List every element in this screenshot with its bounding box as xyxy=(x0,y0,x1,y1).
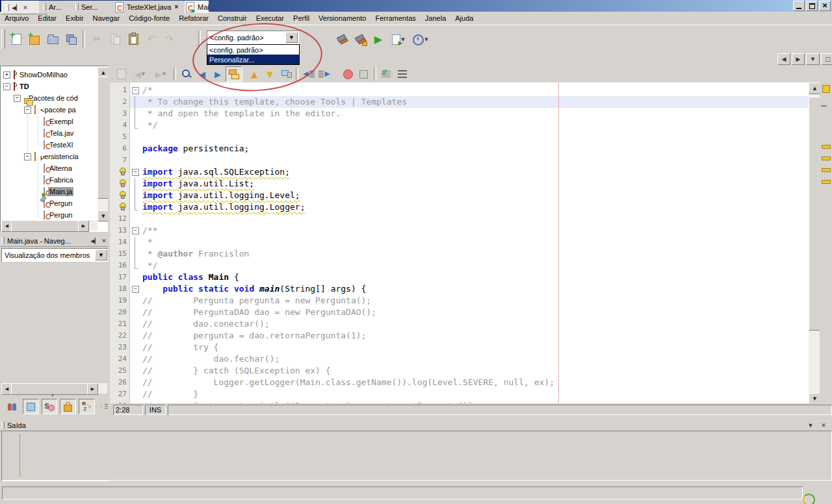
tree-node--pacote-pa[interactable]: −<pacote pa xyxy=(24,104,77,116)
projects-tree[interactable]: +ShowDoMilhao−TD−Pacotes de cód−<pacote … xyxy=(0,66,110,232)
menu-ajuda[interactable]: Ajuda xyxy=(450,13,478,23)
tree-node-exempl[interactable]: Exempl xyxy=(34,116,75,127)
back-icon[interactable]: ◀▼ xyxy=(129,67,150,81)
code-line-2[interactable]: * To change this template, choose Tools … xyxy=(130,96,809,108)
tree-node-pacotes-de-c-d[interactable]: −Pacotes de cód xyxy=(14,92,79,104)
menu-executar[interactable]: Executar xyxy=(252,13,289,23)
tab-services[interactable]: Ser... xyxy=(72,1,114,13)
tree-node-pergun[interactable]: Pergun xyxy=(34,197,73,209)
menu-janela[interactable]: Janela xyxy=(421,13,450,23)
code-line-4[interactable]: */ xyxy=(130,120,809,131)
scroll-right-icon[interactable]: ▶ xyxy=(78,220,89,232)
warning-bulb-icon[interactable] xyxy=(119,168,125,176)
run-icon[interactable]: ▶ xyxy=(369,31,387,49)
menu-ferramentas[interactable]: Ferramentas xyxy=(371,13,421,23)
close-panel-icon[interactable]: ✕ xyxy=(21,3,30,12)
minimize-output-icon[interactable]: ▼ xyxy=(806,421,815,429)
dropdown-item-0[interactable]: <config. padrão> xyxy=(207,45,299,55)
tab-testexlet[interactable]: TesteXlet.java × xyxy=(111,1,190,13)
code-line-24[interactable]: // dao.fechar(); xyxy=(130,353,809,365)
scroll-tabs-left-icon[interactable]: ◀ xyxy=(777,53,790,65)
warning-mark[interactable] xyxy=(822,180,831,184)
maximize-editor-icon[interactable]: ▢ xyxy=(821,53,832,65)
profile-icon[interactable]: ▼ xyxy=(410,31,432,49)
open-project-icon[interactable] xyxy=(44,30,62,48)
find-previous-icon[interactable]: ◀ xyxy=(194,67,210,81)
tree-node-persistencia[interactable]: −persistencia xyxy=(24,151,80,162)
code-line-21[interactable]: // dao.conectar(); xyxy=(130,318,809,330)
navigator-filter-combobox[interactable]: Visualização dos membros ▼ xyxy=(1,248,109,262)
warning-bulb-icon[interactable] xyxy=(119,191,125,199)
code-line-16[interactable]: */ xyxy=(130,260,809,271)
output-content[interactable] xyxy=(1,431,832,481)
code-line-3[interactable]: * and open the template in the editor. xyxy=(130,108,809,120)
combo-dropdown-button[interactable]: ▼ xyxy=(95,249,107,260)
code-line-14[interactable]: * xyxy=(130,236,809,248)
code-line-22[interactable]: // pergunta = dao.retornaPergunta(1); xyxy=(130,330,809,342)
tree-node-tela-jav[interactable]: Tela.jav xyxy=(34,127,75,139)
code-line-13[interactable]: −/** xyxy=(130,225,809,236)
fold-collapse-icon[interactable]: − xyxy=(132,169,139,176)
code-line-17[interactable]: public class Main { xyxy=(130,271,809,283)
tree-node-td[interactable]: −TD xyxy=(3,81,31,92)
show-static-icon[interactable] xyxy=(42,399,58,414)
shift-left-icon[interactable] xyxy=(301,67,317,81)
build-icon[interactable] xyxy=(333,31,351,49)
code-line-15[interactable]: * @author Francislon xyxy=(130,248,809,260)
warning-mark[interactable] xyxy=(822,145,831,149)
redo-icon[interactable]: ↷ xyxy=(161,30,179,48)
dropdown-item-1[interactable]: Personalizar... xyxy=(207,55,299,64)
last-edit-icon[interactable] xyxy=(114,67,129,81)
sort-alpha-icon[interactable]: ↘ xyxy=(79,399,95,414)
minimize-panel-icon[interactable]: ◀▏ xyxy=(90,236,99,245)
scroll-thumb[interactable] xyxy=(11,220,79,232)
minimize-panel-icon[interactable]: ◀▏ xyxy=(12,3,21,12)
menu-editar[interactable]: Editar xyxy=(33,13,61,23)
projects-vscrollbar[interactable]: ▲ ▼ xyxy=(98,67,108,220)
code-line-9[interactable]: import java.util.List; xyxy=(130,178,809,190)
scroll-tabs-right-icon[interactable]: ▶ xyxy=(792,53,805,65)
uncomment-icon[interactable] xyxy=(395,67,410,81)
scroll-right-icon[interactable]: ▶ xyxy=(87,383,98,395)
highlight-search-icon[interactable] xyxy=(226,66,242,82)
tab-close-icon[interactable]: × xyxy=(174,3,178,10)
tree-node-showdomilhao[interactable]: +ShowDoMilhao xyxy=(3,69,69,81)
debug-icon[interactable]: ▼ xyxy=(387,31,410,49)
code-line-18[interactable]: − public static void main(String[] args)… xyxy=(130,283,809,295)
warning-mark[interactable] xyxy=(822,157,831,160)
copy-icon[interactable] xyxy=(106,30,124,48)
find-next-icon[interactable]: ▶ xyxy=(210,67,226,81)
warning-bulb-icon[interactable] xyxy=(119,179,125,188)
show-inherited-icon[interactable] xyxy=(5,399,20,414)
warning-bulb-icon[interactable] xyxy=(119,203,125,211)
close-button[interactable]: ✕ xyxy=(819,1,831,11)
code-line-23[interactable]: // try { xyxy=(130,342,809,353)
code-line-12[interactable] xyxy=(130,213,809,225)
find-icon[interactable] xyxy=(179,67,194,81)
code-line-26[interactable]: // Logger.getLogger(Main.class.getName()… xyxy=(130,377,809,388)
tab-main[interactable]: Mai xyxy=(185,1,209,13)
tree-node-testexl[interactable]: TesteXl xyxy=(34,139,74,151)
menu-c-digo-fonte[interactable]: Código-fonte xyxy=(124,13,174,23)
tree-node-alterna[interactable]: Alterna xyxy=(34,162,73,174)
combo-dropdown-button[interactable]: ▼ xyxy=(285,32,298,43)
restore-button[interactable] xyxy=(806,1,818,11)
fold-collapse-icon[interactable]: − xyxy=(132,87,139,94)
tree-node-pergun[interactable]: Pergun xyxy=(34,209,73,221)
cut-icon[interactable]: ✂ xyxy=(88,30,106,48)
close-output-icon[interactable]: ✕ xyxy=(819,421,828,429)
code-line-19[interactable]: // Pergunta pergunta = new Pergunta(); xyxy=(130,295,809,307)
undo-icon[interactable]: ↶ xyxy=(142,30,161,48)
paste-icon[interactable] xyxy=(124,30,142,48)
tree-node-fabrica[interactable]: Fabrica xyxy=(34,174,75,186)
new-file-icon[interactable]: + xyxy=(7,30,25,48)
code-line-11[interactable]: import java.util.logging.Logger; xyxy=(130,201,809,213)
code-line-25[interactable]: // } catch (SQLException ex) { xyxy=(130,365,809,377)
next-bookmark-icon[interactable]: ▼ xyxy=(262,67,278,81)
previous-bookmark-icon[interactable]: ▲ xyxy=(246,67,262,81)
menu-exibir[interactable]: Exibir xyxy=(61,13,88,23)
code-line-27[interactable]: // } xyxy=(130,388,809,400)
scanning-projects-icon[interactable] xyxy=(813,488,824,499)
menu-versionamento[interactable]: Versionamento xyxy=(314,13,370,23)
collapse-icon[interactable]: − xyxy=(14,95,21,102)
